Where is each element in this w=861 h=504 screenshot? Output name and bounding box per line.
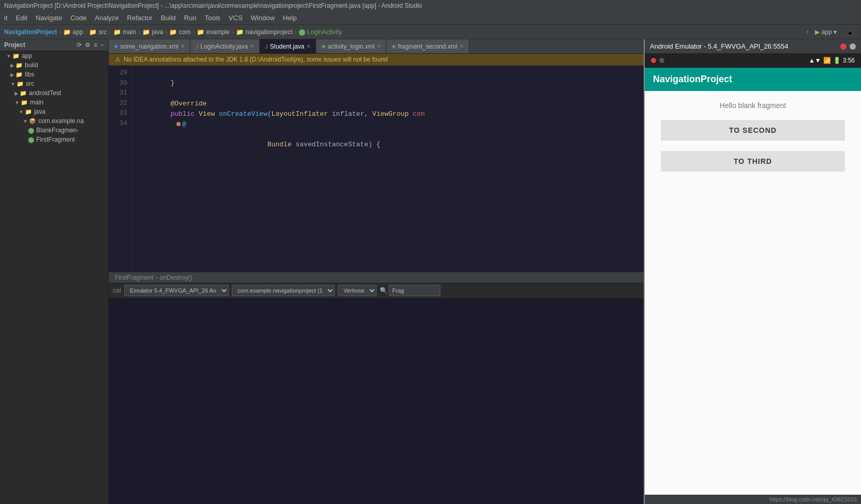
sidebar-item-label: build bbox=[25, 62, 38, 69]
breadcrumb-main[interactable]: 📁 main bbox=[113, 28, 136, 36]
xml-icon: ◈ bbox=[114, 43, 118, 50]
editor-area: ◈ some_navigation.xml ✕ J LoginActivity.… bbox=[109, 39, 644, 504]
menu-item-navigate[interactable]: Navigate bbox=[32, 13, 66, 23]
sidebar-item-app[interactable]: ▼ 📁 app bbox=[0, 51, 108, 60]
xml-icon: ◈ bbox=[321, 43, 325, 50]
sidebar-item-blankfragment[interactable]: ⬤ BlankFragmen- bbox=[0, 126, 108, 135]
sidebar-item-label: main bbox=[30, 99, 43, 106]
bottom-empty bbox=[109, 298, 644, 505]
breadcrumb-java[interactable]: 📁 java bbox=[142, 28, 163, 36]
search-container: 🔍 bbox=[380, 285, 440, 296]
tab-fragment-second[interactable]: ◈ fragment_second.xml ✕ bbox=[387, 39, 469, 54]
tab-activity-login[interactable]: ◈ activity_login.xml ✕ bbox=[316, 39, 387, 54]
close-dot[interactable] bbox=[840, 43, 847, 50]
search-icon: 🔍 bbox=[380, 287, 388, 294]
menu-item-help[interactable]: Help bbox=[279, 13, 301, 23]
sidebar-project-label[interactable]: Project bbox=[4, 41, 25, 49]
title-text: NavigationProject [D:\Android Project\Na… bbox=[4, 2, 422, 9]
url-text: https://blog.csdn.net/qq_43621019 bbox=[769, 496, 857, 502]
breadcrumb-navigationproject[interactable]: 📁 navigationproject bbox=[236, 28, 292, 36]
code-line-31 bbox=[138, 88, 637, 99]
code-content[interactable]: } @Override public View onCreateView(Lay… bbox=[132, 66, 644, 272]
line-number: 31 bbox=[113, 88, 127, 98]
java-icon: J bbox=[265, 43, 268, 50]
tab-close-icon[interactable]: ✕ bbox=[181, 43, 185, 49]
tab-close-icon[interactable]: ✕ bbox=[306, 43, 310, 49]
breadcrumb-run-config[interactable]: ▶ app ▾ bbox=[811, 27, 841, 37]
breadcrumb-loginactivity[interactable]: ⬤ LoginActivity bbox=[299, 28, 342, 36]
emulator-status-bar: ▲▼ 📶 🔋 3:56 bbox=[645, 53, 861, 68]
status-dot-gray bbox=[659, 58, 664, 63]
sidebar-more-icon[interactable]: ≡ bbox=[94, 41, 97, 49]
menu-item-tools[interactable]: Tools bbox=[200, 13, 224, 23]
breadcrumb-com[interactable]: 📁 com bbox=[169, 28, 190, 36]
emulator-url-bar: https://blog.csdn.net/qq_43621019 bbox=[645, 495, 861, 504]
breadcrumb-app[interactable]: 📁 app bbox=[63, 28, 83, 36]
sidebar-item-androidtest[interactable]: ▶ 📁 androidTest bbox=[0, 88, 108, 98]
breadcrumb: NavigationProject › 📁 app › 📁 src › 📁 ma… bbox=[0, 25, 861, 39]
footer-class: FirstFragment bbox=[115, 274, 154, 281]
menu-item-window[interactable]: Window bbox=[247, 13, 279, 23]
tab-some-navigation[interactable]: ◈ some_navigation.xml ✕ bbox=[109, 39, 190, 54]
breadcrumb-device-icon[interactable]: 📱 bbox=[843, 27, 857, 37]
wifi-icon: ▲▼ bbox=[809, 57, 821, 64]
sidebar: Project ⟳ ⚙ ≡ − ▼ 📁 app ▶ 📁 build bbox=[0, 39, 109, 504]
status-icons: ▲▼ 📶 🔋 3:56 bbox=[809, 57, 855, 64]
logcat-label: cat bbox=[113, 287, 121, 294]
code-editor[interactable]: 29 30 31 32 33 34 } @Override public Vie… bbox=[109, 66, 644, 272]
sidebar-item-main[interactable]: ▼ 📁 main bbox=[0, 98, 108, 107]
sidebar-item-label: src bbox=[26, 80, 34, 87]
sidebar-item-label: libs bbox=[25, 71, 34, 78]
sidebar-item-src[interactable]: ▼ 📁 src bbox=[0, 79, 108, 88]
sidebar-settings-icon[interactable]: ⚙ bbox=[85, 41, 91, 49]
menu-item-vcs[interactable]: VCS bbox=[225, 13, 247, 23]
breadcrumb-project[interactable]: NavigationProject bbox=[4, 28, 57, 36]
emulator-title-bar: Android Emulator - 5.4_FWVGA_API_26:5554 bbox=[645, 39, 861, 53]
emulator-screen: ▲▼ 📶 🔋 3:56 NavigationProject Hello blan… bbox=[645, 53, 861, 495]
sidebar-item-build[interactable]: ▶ 📁 build bbox=[0, 60, 108, 70]
menu-item-analyze[interactable]: Analyze bbox=[91, 13, 123, 23]
sidebar-item-label: app bbox=[22, 52, 32, 59]
tab-loginactivity[interactable]: J LoginActivity.java ✕ bbox=[190, 39, 260, 54]
sidebar-sync-icon[interactable]: ⟳ bbox=[77, 41, 82, 49]
breadcrumb-src[interactable]: 📁 src bbox=[89, 28, 107, 36]
tabs-bar: ◈ some_navigation.xml ✕ J LoginActivity.… bbox=[109, 39, 644, 54]
tab-close-icon[interactable]: ✕ bbox=[377, 43, 381, 49]
sidebar-item-label: java bbox=[34, 108, 46, 115]
menu-item-refactor[interactable]: Refactor bbox=[123, 13, 157, 23]
logcat-search-input[interactable] bbox=[389, 285, 440, 296]
status-dot-red bbox=[651, 58, 656, 63]
menu-item-build[interactable]: Build bbox=[157, 13, 180, 23]
minimize-dot[interactable] bbox=[850, 43, 856, 50]
menu-item-file[interactable]: it bbox=[0, 13, 12, 23]
menu-item-edit[interactable]: Edit bbox=[12, 13, 32, 23]
warning-icon: ⚠ bbox=[115, 56, 121, 63]
line-number: 33 bbox=[113, 108, 127, 118]
tab-close-icon[interactable]: ✕ bbox=[250, 43, 254, 49]
sidebar-item-java[interactable]: ▼ 📁 java bbox=[0, 107, 108, 116]
breadcrumb-arrow-icon[interactable]: ↑ bbox=[806, 28, 809, 36]
emulator-select[interactable]: Emulator 5.4_FWVGA_API_26 An bbox=[124, 285, 229, 296]
breadcrumb-example[interactable]: 📁 example bbox=[197, 28, 230, 36]
tab-student[interactable]: J Student.java ✕ bbox=[260, 39, 316, 54]
line-numbers: 29 30 31 32 33 34 bbox=[109, 66, 132, 272]
emulator-panel: Android Emulator - 5.4_FWVGA_API_26:5554… bbox=[644, 39, 861, 504]
package-select[interactable]: com.example.navigationproject (1 bbox=[232, 285, 335, 296]
verbose-select[interactable]: Verbose bbox=[338, 285, 377, 296]
menu-item-run[interactable]: Run bbox=[180, 13, 201, 23]
sidebar-item-label: androidTest bbox=[29, 89, 61, 97]
menu-item-code[interactable]: Code bbox=[66, 13, 91, 23]
to-second-button[interactable]: TO SECOND bbox=[661, 120, 844, 141]
sidebar-minimize-icon[interactable]: − bbox=[100, 41, 104, 49]
sidebar-item-firstfragment[interactable]: ⬤ FirstFragment bbox=[0, 135, 108, 144]
sidebar-item-libs[interactable]: ▶ 📁 libs bbox=[0, 70, 108, 79]
warning-text: No IDEA annotations attached to the JDK … bbox=[124, 56, 388, 63]
emulator-app-title: NavigationProject bbox=[653, 74, 732, 85]
title-bar: NavigationProject [D:\Android Project\Na… bbox=[0, 0, 861, 11]
sidebar-item-label: BlankFragmen- bbox=[36, 127, 79, 134]
tab-close-icon[interactable]: ✕ bbox=[459, 43, 464, 49]
sidebar-item-label: FirstFragment bbox=[36, 136, 75, 143]
sidebar-item-label: com.example.na bbox=[38, 117, 84, 125]
sidebar-item-package[interactable]: ▼ 📦 com.example.na bbox=[0, 116, 108, 126]
to-third-button[interactable]: TO THIRD bbox=[661, 151, 844, 172]
